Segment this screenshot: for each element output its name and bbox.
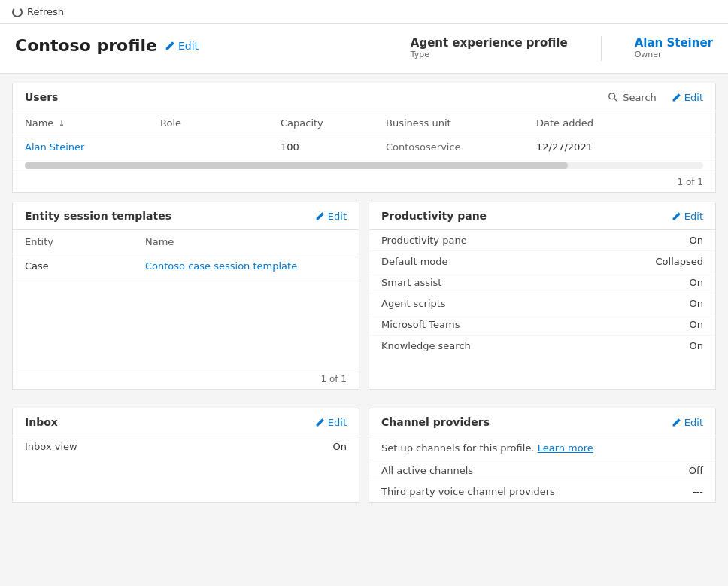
user-date-added: 12/27/2021 xyxy=(536,141,657,153)
entity-type: Case xyxy=(25,260,145,272)
entity-table: Entity Name Case Contoso case session te… xyxy=(13,230,359,278)
entity-session-header: Entity session templates Edit xyxy=(13,202,359,230)
inbox-edit-icon xyxy=(315,417,325,427)
entity-spacer xyxy=(13,278,359,369)
inbox-title: Inbox xyxy=(25,416,58,428)
kv-row-smart-assist: Smart assist On xyxy=(369,272,715,293)
col-role: Role xyxy=(160,117,281,129)
refresh-label[interactable]: Refresh xyxy=(27,6,64,17)
entity-col-name: Name xyxy=(145,236,347,247)
productivity-pane-edit-button[interactable]: Edit xyxy=(672,211,703,222)
productivity-pane-header: Productivity pane Edit xyxy=(369,202,715,230)
user-business-unit: Contososervice xyxy=(386,141,536,153)
user-capacity: 100 xyxy=(281,141,386,153)
inbox-edit-button[interactable]: Edit xyxy=(315,417,347,428)
kv-row-third-party-voice: Third party voice channel providers --- xyxy=(369,481,715,502)
search-icon xyxy=(608,92,618,102)
top-bar: Refresh xyxy=(0,0,728,24)
col-business-unit: Business unit xyxy=(386,117,536,129)
users-edit-icon xyxy=(672,93,681,102)
learn-more-link[interactable]: Learn more xyxy=(538,442,593,454)
entity-pagination: 1 of 1 xyxy=(13,369,359,389)
users-actions: Search Edit xyxy=(608,92,703,103)
kv-row-microsoft-teams: Microsoft Teams On xyxy=(369,314,715,336)
scroll-bar[interactable] xyxy=(25,162,703,169)
productivity-pane-rows: Productivity pane On Default mode Collap… xyxy=(369,230,715,356)
profile-name: Contoso profile xyxy=(15,36,157,55)
kv-row-default-mode: Default mode Collapsed xyxy=(369,251,715,272)
channel-providers-title: Channel providers xyxy=(381,416,490,428)
entity-col-entity: Entity xyxy=(25,236,145,247)
header-right: Agent experience profile Type Alan Stein… xyxy=(411,36,713,61)
users-section-header: Users Search Edit xyxy=(13,83,715,111)
users-table: Name ↓ Role Capacity Business unit Date … xyxy=(13,111,715,159)
svg-point-0 xyxy=(609,93,615,99)
entity-template-link[interactable]: Contoso case session template xyxy=(145,260,347,272)
inbox-header: Inbox Edit xyxy=(13,408,359,436)
channel-providers-section: Channel providers Edit Set up channels f… xyxy=(369,408,716,503)
two-col-grid: Entity session templates Edit Entity Nam… xyxy=(12,202,716,399)
channel-providers-edit-button[interactable]: Edit xyxy=(672,417,703,428)
svg-line-1 xyxy=(614,99,617,102)
col-name: Name ↓ xyxy=(25,117,160,129)
users-section: Users Search Edit Name xyxy=(12,83,716,193)
sort-arrow: ↓ xyxy=(59,119,65,129)
refresh-icon xyxy=(12,7,23,17)
search-box[interactable]: Search xyxy=(608,92,657,103)
header-type: Agent experience profile Type xyxy=(411,36,568,61)
productivity-edit-icon xyxy=(672,211,681,221)
main-content: Users Search Edit Name xyxy=(0,74,728,575)
users-section-title: Users xyxy=(25,91,58,103)
channel-providers-header: Channel providers Edit xyxy=(369,408,715,436)
profile-title: Contoso profile Edit xyxy=(15,36,199,55)
productivity-pane-section: Productivity pane Edit Productivity pane… xyxy=(369,202,716,390)
entity-session-edit-button[interactable]: Edit xyxy=(315,211,347,222)
users-table-header: Name ↓ Role Capacity Business unit Date … xyxy=(13,111,715,135)
users-pagination: 1 of 1 xyxy=(13,172,715,192)
users-edit-button[interactable]: Edit xyxy=(672,92,703,103)
col-date-added: Date added xyxy=(536,117,657,129)
kv-row-knowledge-search: Knowledge search On xyxy=(369,336,715,356)
kv-row-inbox-view: Inbox view On xyxy=(13,436,359,457)
entity-session-title: Entity session templates xyxy=(25,210,171,222)
scroll-thumb xyxy=(25,162,568,169)
col-capacity: Capacity xyxy=(281,117,386,129)
table-row: Alan Steiner 100 Contososervice 12/27/20… xyxy=(13,135,715,159)
kv-row-productivity-pane: Productivity pane On xyxy=(369,230,715,251)
channel-description: Set up channels for this profile. Learn … xyxy=(369,436,715,460)
entity-edit-icon xyxy=(315,211,325,221)
kv-row-all-active-channels: All active channels Off xyxy=(369,460,715,481)
user-name-link[interactable]: Alan Steiner xyxy=(25,141,160,153)
profile-edit-button[interactable]: Edit xyxy=(165,40,199,52)
search-label: Search xyxy=(623,92,657,103)
entity-table-header: Entity Name xyxy=(13,230,359,254)
header-section: Contoso profile Edit Agent experience pr… xyxy=(0,24,728,74)
edit-icon xyxy=(165,41,175,51)
entity-session-section: Entity session templates Edit Entity Nam… xyxy=(12,202,359,390)
inbox-section: Inbox Edit Inbox view On xyxy=(12,408,359,503)
channel-edit-icon xyxy=(672,417,681,427)
kv-row-agent-scripts: Agent scripts On xyxy=(369,293,715,314)
productivity-pane-title: Productivity pane xyxy=(381,210,487,222)
header-owner: Alan Steiner Owner xyxy=(635,36,713,61)
bottom-two-col-grid: Inbox Edit Inbox view On Channel provide… xyxy=(12,408,716,512)
entity-table-row: Case Contoso case session template xyxy=(13,254,359,278)
